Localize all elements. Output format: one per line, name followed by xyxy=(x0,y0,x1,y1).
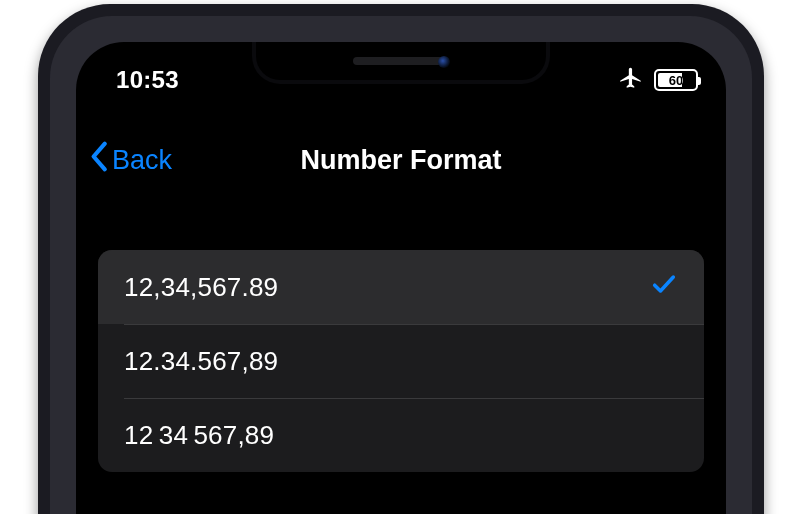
format-option-label: 12,34,567.89 xyxy=(124,272,650,303)
format-option-label: 12 34 567,89 xyxy=(124,420,678,451)
status-bar: 10:53 60 xyxy=(76,42,726,96)
status-time: 10:53 xyxy=(116,66,179,94)
checkmark-icon xyxy=(650,270,678,305)
battery-percent: 60 xyxy=(669,73,683,88)
chevron-left-icon xyxy=(90,141,110,180)
battery-indicator: 60 xyxy=(654,69,698,91)
page-title: Number Format xyxy=(300,145,501,176)
format-option-row[interactable]: 12 34 567,89 xyxy=(98,398,704,472)
back-label: Back xyxy=(112,145,172,176)
phone-frame-inner: 10:53 60 xyxy=(50,16,752,514)
back-button[interactable]: Back xyxy=(90,141,172,180)
format-option-row[interactable]: 12,34,567.89 xyxy=(98,250,704,324)
format-option-row[interactable]: 12.34.567,89 xyxy=(98,324,704,398)
airplane-mode-icon xyxy=(618,65,644,95)
format-option-list: 12,34,567.89 12.34.567,89 12 34 567,89 xyxy=(98,250,704,472)
format-option-label: 12.34.567,89 xyxy=(124,346,678,377)
nav-bar: Back Number Format xyxy=(76,128,726,192)
phone-frame: 10:53 60 xyxy=(38,4,764,514)
screen: 10:53 60 xyxy=(76,42,726,514)
status-right: 60 xyxy=(618,65,698,95)
